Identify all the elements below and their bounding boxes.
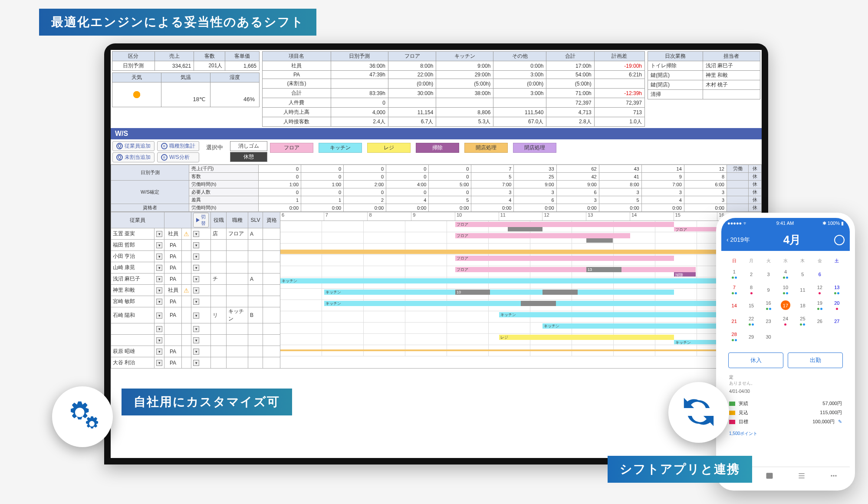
hdr-uriage: 売上 — [155, 52, 194, 61]
warning-icon: ⚠ — [184, 287, 189, 294]
swap-button[interactable]: 切替 — [193, 213, 209, 227]
dropdown-icon[interactable]: ▾ — [193, 254, 199, 260]
gantt-chart[interactable]: 678910111213141516フロアフロアフロアフロアフロア13掃除キッチ… — [280, 212, 762, 369]
tab-shift[interactable] — [753, 467, 786, 485]
dropdown-icon[interactable]: ▾ — [156, 326, 162, 332]
sync-badge — [668, 382, 729, 443]
dropdown-icon[interactable]: ▾ — [156, 276, 162, 282]
sun-icon — [131, 89, 143, 101]
cat-register[interactable]: レジ — [367, 143, 411, 153]
phone-legend: 実績57,000円見込115,000円目標100,000円 ✎ — [721, 396, 850, 429]
shift-bar[interactable] — [280, 349, 717, 351]
shift-bar[interactable]: フロア — [674, 227, 718, 231]
dropdown-icon[interactable]: ▾ — [156, 242, 162, 248]
break-button[interactable]: 休憩 — [230, 152, 267, 162]
rest-button[interactable]: 休入 — [728, 352, 783, 368]
cat-kitchen[interactable]: キッチン — [319, 143, 362, 153]
hdr-kyakusu: 客数 — [194, 52, 225, 61]
hdr-weather: 天気 — [112, 73, 161, 82]
phone-header: ‹ 2019年 4月 — [721, 229, 850, 251]
eraser-button[interactable]: 消しゴム — [230, 141, 267, 151]
banner-optimization: 最適化エンジンによる妥当性のあるシフト — [39, 9, 316, 36]
hdr-kubun: 区分 — [112, 52, 155, 61]
dropdown-icon[interactable]: ▾ — [156, 231, 162, 237]
cat-floor[interactable]: フロア — [270, 143, 313, 153]
banner-customize: 自社用にカスタマイズ可 — [122, 389, 292, 415]
shift-bar[interactable]: 10 — [455, 290, 490, 295]
phone-calendar[interactable]: 日月火水木金土123456789101112131415161718192021… — [721, 251, 850, 349]
hdr-humidity: 湿度 — [210, 73, 259, 82]
shift-bar[interactable] — [586, 238, 612, 243]
dropdown-icon[interactable]: ▾ — [193, 337, 199, 343]
battery-icon: ✱ 100% ▮ — [822, 221, 844, 226]
list-icon: ≡ — [161, 143, 168, 149]
shift-bar[interactable]: キッチン — [280, 278, 717, 283]
svg-point-2 — [833, 475, 834, 476]
dropdown-icon[interactable]: ▾ — [156, 299, 162, 305]
ws-analyze-button[interactable]: ≡W/S分析 — [157, 152, 199, 162]
dropdown-icon[interactable]: ▾ — [193, 349, 199, 355]
dropdown-icon[interactable]: ▾ — [193, 360, 199, 366]
gears-badge — [52, 386, 113, 447]
employee-list-table: 従業員切替役職職種SLV資格玉置 亜実▾社員⚠▾店フロアA福田 哲郎▾PA▾小田… — [111, 212, 280, 369]
category-legend: フロア キッチン レジ 掃除 開店処理 閉店処理 — [270, 141, 556, 153]
gears-icon — [63, 397, 102, 437]
shift-bar[interactable]: フロア — [455, 222, 674, 227]
shift-bar[interactable]: キッチン — [674, 340, 718, 344]
summary-sales-table: 区分 売上 客数 客単価 日別予測 334,621 201人 1,665 — [112, 51, 260, 71]
dropdown-icon[interactable]: ▾ — [193, 265, 199, 271]
search-plus-icon: Q — [116, 143, 123, 149]
add-unassigned-button[interactable]: Q未割当追加 — [112, 152, 155, 162]
shift-bar[interactable] — [542, 290, 578, 295]
phone-note: 定 ありません。 4/01-04/30 — [721, 372, 850, 396]
shift-bar[interactable]: レジ — [499, 335, 674, 340]
banner-app-link: シフトアプリと連携 — [608, 456, 752, 483]
shift-bar[interactable] — [521, 301, 556, 306]
shift-bar[interactable]: 掃除 — [674, 272, 696, 277]
phone-back-button[interactable]: ‹ 2019年 — [727, 236, 750, 244]
phone-frame: ●●●●● ᯤ 9:41 AM ✱ 100% ▮ ‹ 2019年 4月 日月火水… — [716, 213, 855, 491]
dropdown-icon[interactable]: ▾ — [193, 231, 199, 237]
svg-point-3 — [835, 475, 836, 476]
dropdown-icon[interactable]: ▾ — [193, 313, 199, 319]
shift-bar[interactable]: フロア — [455, 233, 630, 238]
category-aggregate-button[interactable]: ≡職種別集計 — [157, 141, 199, 151]
humidity-value: 46% — [210, 82, 259, 107]
cat-close[interactable]: 閉店処理 — [513, 143, 556, 153]
dropdown-icon[interactable]: ▾ — [193, 242, 199, 248]
ws-section-header: W/S — [111, 128, 762, 139]
phone-search-icon[interactable] — [834, 235, 845, 245]
hdr-tanka: 客単価 — [225, 52, 260, 61]
add-employee-button[interactable]: Q従業員追加 — [112, 141, 155, 151]
shift-bar[interactable]: フロア — [455, 256, 674, 261]
cat-clean[interactable]: 掃除 — [416, 143, 459, 153]
work-button[interactable]: 出勤 — [788, 352, 843, 368]
shift-bar[interactable]: キッチン — [542, 323, 717, 329]
shift-bar[interactable]: 13 — [586, 267, 621, 272]
shift-bar[interactable]: キッチン — [499, 312, 718, 317]
dropdown-icon[interactable]: ▾ — [193, 276, 199, 282]
forecast-grid: 日別予測売上(千円)0000073362431412労働休客数000005254… — [111, 165, 762, 212]
cat-open[interactable]: 開店処理 — [464, 143, 508, 153]
dropdown-icon[interactable]: ▾ — [193, 299, 199, 305]
dropdown-icon[interactable]: ▾ — [156, 287, 162, 293]
dropdown-icon[interactable]: ▾ — [193, 326, 199, 332]
tab-menu[interactable] — [818, 467, 850, 485]
shift-bar[interactable] — [508, 227, 543, 231]
dropdown-icon[interactable]: ▾ — [156, 265, 162, 271]
search-plus-icon: Q — [116, 154, 123, 161]
shift-bar[interactable]: キッチン — [324, 290, 674, 295]
hdr-temp: 気温 — [161, 73, 210, 82]
tab-list[interactable] — [786, 467, 818, 485]
dropdown-icon[interactable]: ▾ — [193, 287, 199, 293]
dropdown-icon[interactable]: ▾ — [156, 313, 162, 319]
shift-bar[interactable] — [280, 250, 717, 254]
dropdown-icon[interactable]: ▾ — [156, 349, 162, 355]
dropdown-icon[interactable]: ▾ — [156, 254, 162, 260]
weather-box: 天気 気温 18℃ 湿度 46% — [112, 72, 260, 107]
phone-month-title: 4月 — [783, 232, 801, 247]
toolbar: Q従業員追加 Q未割当追加 ≡職種別集計 ≡W/S分析 選択中 消しゴム 休憩 … — [111, 139, 762, 165]
dropdown-icon[interactable]: ▾ — [156, 360, 162, 366]
dropdown-icon[interactable]: ▾ — [156, 337, 162, 343]
shift-bar[interactable]: フロア — [455, 267, 696, 272]
